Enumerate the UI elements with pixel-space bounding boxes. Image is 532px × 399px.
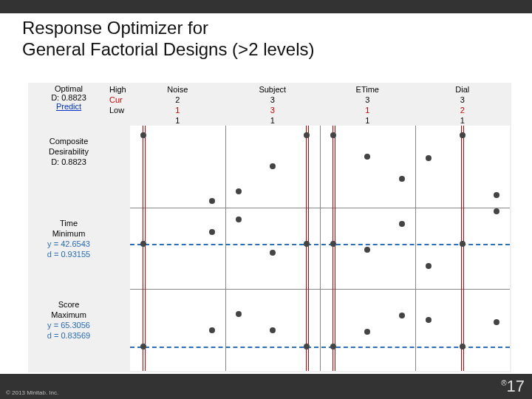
data-point <box>399 313 405 318</box>
row-label-1: TimeMinimumy = 42.6543d = 0.93155 <box>28 218 109 259</box>
factor-min: 1 <box>320 115 415 126</box>
factor-max: 2 <box>130 95 225 105</box>
factor-etime: ETime311 <box>320 84 415 126</box>
factor-noise: Noise211 <box>130 84 225 126</box>
target-line <box>130 347 510 348</box>
data-point <box>304 344 310 349</box>
cur-line[interactable] <box>332 126 333 371</box>
cur-label: Cur <box>109 95 130 105</box>
slide-title: Response Optimizer for General Factorial… <box>0 13 532 64</box>
factor-max: 3 <box>320 95 415 105</box>
data-point <box>270 327 276 333</box>
row-label-line: Score <box>28 299 109 310</box>
grid-v <box>320 126 321 371</box>
row-label-line: D: 0.8823 <box>28 157 109 167</box>
data-point <box>364 247 370 253</box>
page-num-text: 17 <box>507 377 525 395</box>
row-label-line: Time <box>28 218 109 228</box>
data-point <box>209 198 215 204</box>
row-label-line: Maximum <box>28 310 109 320</box>
factor-max: 3 <box>225 95 320 105</box>
header-row: Optimal D: 0.8823 Predict High Cur Low N… <box>28 83 511 126</box>
data-point <box>236 216 242 222</box>
data-point <box>140 132 146 138</box>
data-point <box>426 263 432 269</box>
data-point <box>209 229 215 235</box>
top-bar <box>0 0 532 13</box>
title-line-2: General Factorial Designs (>2 levels) <box>22 39 315 59</box>
optimal-block: Optimal D: 0.8823 Predict <box>28 84 109 111</box>
data-point <box>236 311 242 317</box>
data-point <box>270 163 276 169</box>
row-label-line: d = 0.83569 <box>28 330 109 341</box>
factor-name: Dial <box>415 84 510 95</box>
cur-line[interactable] <box>145 126 146 371</box>
row-label-line: y = 65.3056 <box>28 320 109 330</box>
factor-cur: 2 <box>415 105 510 115</box>
factor-min: 1 <box>130 115 225 126</box>
data-point <box>304 241 310 247</box>
data-point <box>330 132 336 138</box>
cur-line[interactable] <box>306 126 307 371</box>
row-label-0: CompositeDesirabilityD: 0.8823 <box>28 136 109 167</box>
optimizer-chart: Optimal D: 0.8823 Predict High Cur Low N… <box>28 83 511 372</box>
data-point <box>364 154 370 160</box>
row-label-line: y = 42.6543 <box>28 239 109 249</box>
data-point <box>426 317 432 323</box>
row-label-2: ScoreMaximumy = 65.3056d = 0.83569 <box>28 299 109 341</box>
data-point <box>209 327 215 333</box>
data-point <box>426 155 432 161</box>
copyright: © 2013 Minitab. Inc. <box>6 389 58 396</box>
target-line <box>130 244 510 245</box>
optimal-label: Optimal <box>28 84 109 93</box>
data-point <box>460 241 466 247</box>
cur-line[interactable] <box>335 126 335 371</box>
footer-bar: © 2013 Minitab. Inc. ®17 <box>0 374 532 399</box>
row-label-line: d = 0.93155 <box>28 249 109 259</box>
grid-h <box>130 289 510 290</box>
factor-name: ETime <box>320 84 415 95</box>
factor-min: 1 <box>225 115 320 126</box>
factor-cur: 1 <box>320 105 415 115</box>
registered-mark: ® <box>501 379 506 387</box>
factor-cur: 1 <box>130 105 225 115</box>
data-point <box>399 176 405 182</box>
data-point <box>494 319 499 325</box>
data-point <box>140 344 146 349</box>
data-point <box>330 241 336 247</box>
grid-v <box>225 126 226 371</box>
data-point <box>460 132 466 138</box>
cur-line[interactable] <box>461 126 462 371</box>
row-label-line: Desirability <box>28 146 109 157</box>
data-point <box>460 344 466 349</box>
cur-line[interactable] <box>308 126 309 371</box>
data-point <box>364 329 370 335</box>
data-point <box>304 132 310 138</box>
data-point <box>330 344 336 349</box>
data-point <box>270 250 276 256</box>
level-labels: High Cur Low <box>109 84 130 115</box>
data-point <box>140 241 146 247</box>
low-label: Low <box>109 105 130 115</box>
cur-line[interactable] <box>463 126 464 371</box>
data-point <box>399 221 405 227</box>
row-label-line: Composite <box>28 136 109 146</box>
factor-cur: 3 <box>225 105 320 115</box>
plot-area <box>130 126 510 371</box>
title-line-1: Response Optimizer for <box>22 18 208 38</box>
factor-min: 1 <box>415 115 510 126</box>
factor-dial: Dial321 <box>415 84 510 126</box>
high-label: High <box>109 84 130 95</box>
data-point <box>494 208 499 214</box>
cur-line[interactable] <box>143 126 143 371</box>
factor-name: Noise <box>130 84 225 95</box>
page-number: ®17 <box>501 377 525 396</box>
data-point <box>236 188 242 194</box>
factor-max: 3 <box>415 95 510 105</box>
predict-link[interactable]: Predict <box>28 102 109 111</box>
grid-v <box>415 126 416 371</box>
data-point <box>494 192 499 198</box>
grid-h <box>130 208 510 208</box>
row-label-line: Minimum <box>28 228 109 239</box>
d-value: D: 0.8823 <box>28 93 109 102</box>
